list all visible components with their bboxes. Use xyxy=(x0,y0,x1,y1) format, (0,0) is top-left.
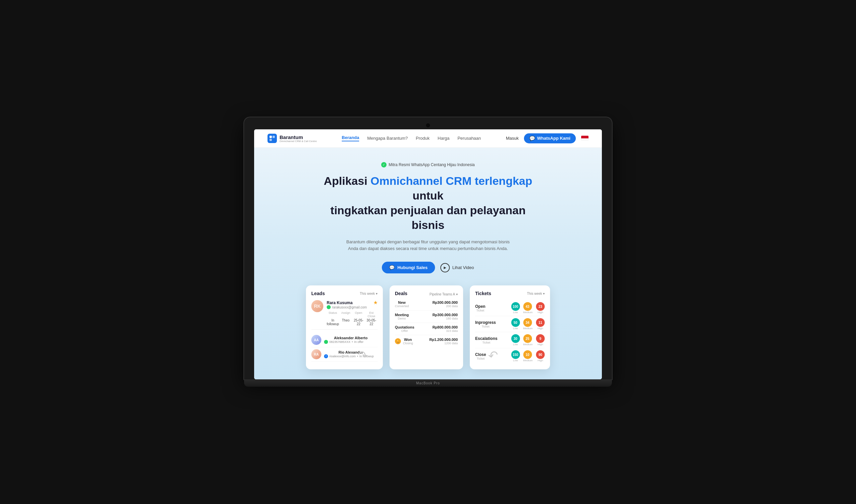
leads-card-title: Leads xyxy=(311,291,325,296)
leads-card: Leads This week ▾ RK xyxy=(306,285,383,369)
logo-sub: Omnichannel CRM & Call Centre xyxy=(280,140,317,142)
status-value: In followup xyxy=(327,319,339,326)
play-icon: ▶ xyxy=(440,263,450,272)
deal-new-count: 200 data xyxy=(432,305,458,308)
nav-produk[interactable]: Produk xyxy=(416,136,430,141)
svg-rect-2 xyxy=(269,139,272,141)
close-badge-group: 150 Low 10 Medium 90 Hig xyxy=(511,350,545,362)
logo-text: Barantum Omnichannel CRM & Call Centre xyxy=(280,134,317,142)
whatsapp-icon: 💬 xyxy=(529,136,535,141)
open-label: Open xyxy=(353,311,364,318)
webcam xyxy=(426,123,430,127)
escalations-low-badge: 30 xyxy=(511,334,520,343)
logo: Barantum Omnichannel CRM & Call Centre xyxy=(268,134,317,143)
aleksander-avatar: AA xyxy=(311,335,321,345)
deal-new-sub: Converted xyxy=(395,305,409,308)
nav-mengapa[interactable]: Mengapa Barantum? xyxy=(367,136,408,141)
cards-row: Leads This week ▾ RK xyxy=(261,285,595,369)
won-icon: 🏆 xyxy=(395,338,401,344)
lihat-video-button[interactable]: ▶ Lihat Video xyxy=(440,263,474,272)
rio-contact: f rioalexxx@info.com • In followup xyxy=(324,354,377,358)
rio-info: Rio Alexander f rioalexxx@info.com • In … xyxy=(324,350,377,358)
partner-text: Mitra Resmi WhatsApp Centang Hijau Indon… xyxy=(389,162,475,167)
nav-beranda[interactable]: Beranda xyxy=(342,135,359,141)
escalations-medium-badge: 25 xyxy=(523,334,532,343)
inprogress-medium-badge: 34 xyxy=(523,318,532,327)
navbar: Barantum Omnichannel CRM & Call Centre B… xyxy=(254,129,602,148)
hubungi-icon: 💬 xyxy=(389,265,395,270)
deal-won-sub: Closing xyxy=(403,342,413,345)
inprogress-low-badge: 50 xyxy=(511,318,520,327)
deals-pipeline: Pipeline Teams A ▾ xyxy=(429,292,458,296)
rara-meta: Status Assign Open Est Close In followup… xyxy=(327,311,377,326)
chevron-down-icon: ▾ xyxy=(376,292,377,295)
rara-name: Rara Kusuma ★ xyxy=(327,300,377,305)
nav-harga[interactable]: Harga xyxy=(438,136,449,141)
open-medium-badge: 43 xyxy=(523,302,532,311)
deal-won-label: Won xyxy=(403,338,413,342)
open-value: 25-05-22 xyxy=(353,319,364,326)
hero-buttons: 💬 Hubungi Sales ▶ Lihat Video xyxy=(261,262,595,273)
aleksander-contact: 082357685XXX • In offer xyxy=(324,340,377,344)
escalations-badge-group: 30 Low 25 Medium 9 High xyxy=(511,334,545,346)
deal-quotations-sub: Offer xyxy=(395,329,414,332)
laptop-base: MacBook Pro xyxy=(244,379,612,387)
open-low-badge: 100 xyxy=(511,302,520,311)
ticket-escalations-label: Escalations xyxy=(475,336,498,341)
title-highlight: Omnichannel CRM terlengkap xyxy=(371,175,532,187)
deal-new: New Converted Rp300.000.000 200 data xyxy=(395,298,458,310)
ticket-inprogress-sub: Ticket xyxy=(475,325,496,328)
facebook-channel-icon: f xyxy=(324,354,328,358)
masuk-button[interactable]: Masuk xyxy=(506,136,519,141)
close-high-badge: 90 xyxy=(536,350,545,359)
tickets-card-title: Tickets xyxy=(475,291,491,296)
hubungi-sales-button[interactable]: 💬 Hubungi Sales xyxy=(382,262,435,273)
ticket-escalations-row: Escalations Ticket 30 Low 25 xyxy=(475,332,545,348)
star-icon: ★ xyxy=(374,300,377,305)
ticket-close-sub: Ticket xyxy=(475,357,486,360)
deals-card: Deals Pipeline Teams A ▾ New xyxy=(390,285,463,369)
close-low-badge: 150 xyxy=(511,350,520,359)
chevron-down-icon: ▾ xyxy=(456,292,458,296)
language-flag[interactable] xyxy=(581,136,588,141)
logo-name: Barantum xyxy=(280,134,317,140)
deals-card-title: Deals xyxy=(395,291,407,296)
hero-title: Aplikasi Omnichannel CRM terlengkap untu… xyxy=(314,174,542,233)
rara-avatar: RK xyxy=(311,300,323,312)
deal-quotations-label: Quotations xyxy=(395,325,414,329)
deal-quotations-amount: Rp800.000.000 xyxy=(432,325,458,329)
aleksander-name: Aleksander Alberto xyxy=(324,336,377,340)
hubungi-label: Hubungi Sales xyxy=(397,265,427,270)
close-medium-badge: 10 xyxy=(523,350,532,359)
screen: Barantum Omnichannel CRM & Call Centre B… xyxy=(254,129,602,379)
deal-meeting-count: 180 data xyxy=(432,317,458,320)
wa-channel-icon xyxy=(324,340,328,344)
whatsapp-channel-icon xyxy=(327,305,331,309)
deal-won-amount: Rp1.200.000.000 xyxy=(429,338,458,342)
nav-perusahaan[interactable]: Perusahaan xyxy=(458,136,481,141)
open-badge-group: 100 Low 43 Medium 23 Hig xyxy=(511,302,545,314)
assign-label: Assign xyxy=(340,311,352,318)
logo-icon xyxy=(268,134,277,143)
whatsapp-button[interactable]: 💬 WhatsApp Kami xyxy=(524,133,576,143)
ticket-close-row: Close Ticket 150 Low 10 xyxy=(475,348,545,364)
title-plain: Aplikasi xyxy=(324,175,371,187)
deal-meeting-label: Meeting xyxy=(395,313,409,317)
screen-bezel: Barantum Omnichannel CRM & Call Centre B… xyxy=(244,117,612,379)
hero-description: Barantum dilengkapi dengan berbagai fitu… xyxy=(341,239,515,253)
deals-card-header: Deals Pipeline Teams A ▾ xyxy=(395,291,458,296)
ticket-inprogress-label: Inprogress xyxy=(475,320,496,325)
tickets-card: Tickets This week ▾ Open Ticket xyxy=(470,285,550,369)
aleksander-lead-item: AA Aleksander Alberto 082357685XXX • In … xyxy=(311,333,377,347)
nav-links: Beranda Mengapa Barantum? Produk Harga P… xyxy=(342,135,481,141)
svg-rect-0 xyxy=(269,136,272,138)
est-close-value: 30-05-22 xyxy=(365,319,377,326)
inprogress-badge-group: 50 Low 34 Medium 11 High xyxy=(511,318,545,330)
deal-won-count: 1200 data xyxy=(429,342,458,345)
tickets-period: This week ▾ xyxy=(527,292,545,295)
ticket-inprogress-row: Inprogress Ticket 50 Low 34 xyxy=(475,316,545,332)
deal-quotations: Quotations Offer Rp800.000.000 323 data xyxy=(395,323,458,335)
rio-avatar: RA xyxy=(311,349,321,359)
deal-quotations-count: 323 data xyxy=(432,329,458,332)
ticket-open-row: Open Ticket 100 Low 43 xyxy=(475,300,545,316)
